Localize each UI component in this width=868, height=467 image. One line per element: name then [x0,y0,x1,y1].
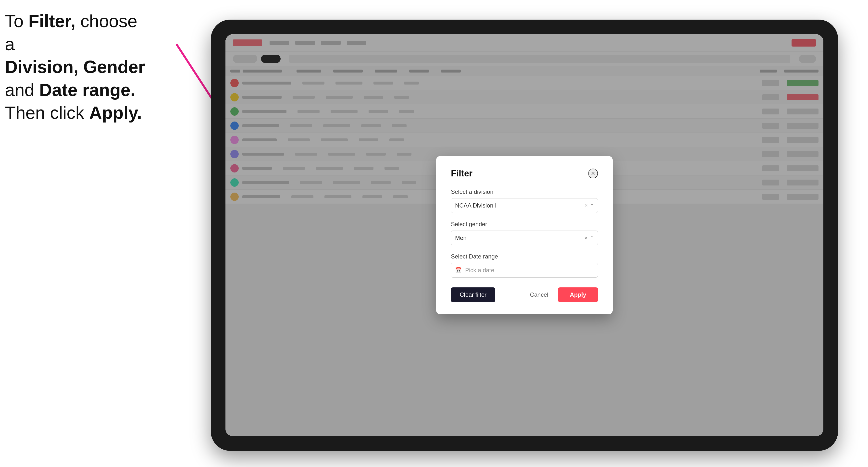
division-gender-text: Division, Gender [5,56,152,79]
division-chevron-icon: ⌃ [590,203,594,208]
division-select[interactable]: NCAA Division I × ⌃ [451,198,598,213]
apply-button[interactable]: Apply [558,287,598,302]
apply-text: Apply. [89,103,142,123]
division-selected-value: NCAA Division I [455,202,585,209]
date-placeholder: Pick a date [465,267,494,274]
modal-footer: Clear filter Cancel Apply [451,287,598,302]
modal-close-button[interactable]: × [588,168,598,178]
modal-header: Filter × [451,168,598,179]
filter-modal: Filter × Select a division NCAA Division… [436,156,613,314]
calendar-icon: 📅 [455,267,462,274]
tablet-frame: Filter × Select a division NCAA Division… [211,20,838,451]
gender-clear-icon[interactable]: × [585,235,588,241]
clear-filter-button[interactable]: Clear filter [451,287,495,302]
gender-chevron-icon: ⌃ [590,235,594,241]
gender-label: Select gender [451,221,598,228]
select-controls: × ⌃ [585,203,594,209]
gender-select-controls: × ⌃ [585,235,594,241]
date-range-form-group: Select Date range 📅 Pick a date [451,253,598,278]
cancel-button[interactable]: Cancel [525,287,553,302]
gender-selected-value: Men [455,235,585,241]
modal-overlay: Filter × Select a division NCAA Division… [225,34,824,436]
division-form-group: Select a division NCAA Division I × ⌃ [451,188,598,213]
modal-title: Filter [451,168,472,179]
tablet-screen: Filter × Select a division NCAA Division… [225,34,824,436]
division-clear-icon[interactable]: × [585,203,588,209]
gender-form-group: Select gender Men × ⌃ [451,221,598,245]
filter-word: Filter, [28,11,75,31]
instruction-block: To Filter, choose a Division, Gender and… [5,10,152,124]
date-range-label: Select Date range [451,253,598,260]
gender-select[interactable]: Men × ⌃ [451,230,598,245]
close-icon: × [591,169,595,177]
footer-right-buttons: Cancel Apply [525,287,598,302]
date-range-input[interactable]: 📅 Pick a date [451,263,598,278]
division-label: Select a division [451,188,598,195]
date-range-text: Date range. [39,80,135,100]
